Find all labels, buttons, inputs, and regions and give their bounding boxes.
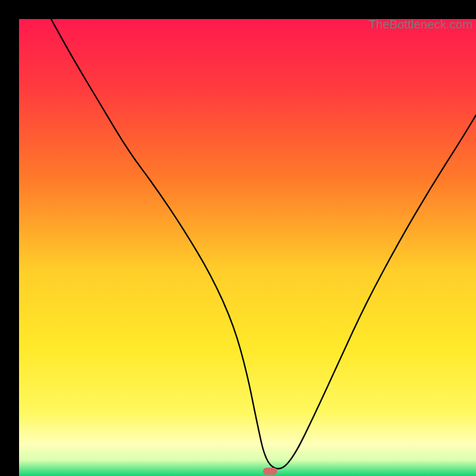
background-gradient <box>19 19 476 476</box>
chart-frame: TheBottleneck.com <box>0 0 476 476</box>
plot-area: TheBottleneck.com <box>19 19 476 476</box>
